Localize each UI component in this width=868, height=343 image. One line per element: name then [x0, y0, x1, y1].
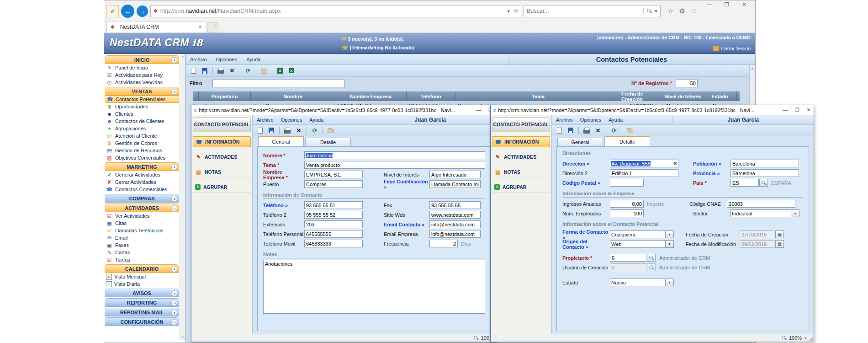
nav-item-actividades[interactable]: ✎ACTIVIDADES: [193, 151, 251, 162]
notification-telemarketing[interactable]: ☏[Telemarketing No Activado]: [342, 43, 414, 52]
estado-dropdown-icon[interactable]: ▼: [666, 279, 674, 286]
collapse-icon[interactable]: «: [171, 57, 177, 63]
favorites-star-icon[interactable]: ☆: [667, 7, 673, 15]
expand-icon[interactable]: «: [171, 196, 177, 202]
sidebar-item-citas[interactable]: ▦Citas: [105, 220, 179, 227]
scroll-up-icon[interactable]: ∧: [180, 55, 185, 59]
telefono-link[interactable]: Teléfono »: [263, 203, 304, 208]
nombre-empresa-input[interactable]: [304, 171, 363, 178]
frecuencia-input[interactable]: [429, 240, 458, 247]
logout-link[interactable]: →Cerrar Sesión: [713, 46, 751, 51]
close-button[interactable]: ✕: [736, 0, 752, 9]
codigo-postal-link[interactable]: Código Postal »: [562, 180, 610, 186]
restore-button[interactable]: ❐: [719, 0, 735, 9]
records-input[interactable]: [676, 80, 698, 87]
new-record-button[interactable]: [188, 66, 198, 75]
pais-lookup-button[interactable]: [759, 179, 768, 187]
sidebar-section-configuracion[interactable]: CONFIGURACIÓN«: [105, 317, 179, 326]
address-bar[interactable]: ❖ http://crm.navidian.net/NavidianCRM/ma…: [150, 5, 521, 17]
new-tab-button[interactable]: [207, 22, 218, 32]
print-button[interactable]: [216, 66, 226, 75]
feedback-smiley-icon[interactable]: ☺: [691, 7, 698, 15]
sidebar-item-gestion-de-recursos[interactable]: ▤Gestión de Recursos: [105, 147, 179, 154]
col-estado[interactable]: Estado: [703, 91, 737, 101]
scroll-down-icon[interactable]: ∨: [180, 335, 185, 339]
expand-icon[interactable]: «: [171, 300, 177, 306]
propietario-input[interactable]: [610, 254, 646, 262]
col-telefono[interactable]: Teléfono: [407, 91, 455, 101]
filter-input[interactable]: [212, 80, 345, 87]
sidebar-section-ventas[interactable]: VENTAS«: [105, 87, 179, 96]
sidebar-item-ver-actividades[interactable]: ☑Ver Actividades: [105, 212, 179, 220]
browser-search-box[interactable]: ▾: [524, 5, 661, 17]
notas-textarea[interactable]: Anotaciones: [263, 260, 485, 314]
settings-gear-icon[interactable]: ⚙: [679, 7, 685, 15]
popup-restore-button[interactable]: ❐: [795, 107, 799, 113]
sitio-web-input[interactable]: [429, 211, 481, 219]
provincia-link[interactable]: Provincia »: [693, 171, 730, 176]
browser-tab[interactable]: ❖ NestDATA CRM ✕: [106, 21, 206, 32]
sidebar-section-marketing[interactable]: MARKETING«: [105, 162, 179, 171]
col-nombre[interactable]: Nombre: [251, 91, 335, 101]
sidebar-item-cartas[interactable]: ✎Cartas: [105, 249, 179, 256]
tab-detalle[interactable]: Detalle: [604, 136, 650, 146]
extension-input[interactable]: [304, 220, 363, 228]
print-button[interactable]: [582, 126, 592, 135]
nav-item-informacion[interactable]: ☎INFORMACIÓN: [193, 136, 251, 147]
tab-close-icon[interactable]: ✕: [198, 24, 202, 30]
sidebar-item-agrupaciones[interactable]: +Agrupaciones: [105, 125, 179, 132]
nav-item-agrupar[interactable]: +AGRUPAR: [492, 182, 550, 193]
sidebar-item-contactos-comerciales[interactable]: ☎Contactos Comerciales: [105, 186, 179, 193]
menu-opciones[interactable]: Opciones: [580, 117, 601, 123]
pais-input[interactable]: [730, 179, 759, 187]
email-contacto-link[interactable]: Email Contacto »: [384, 222, 429, 227]
save-button[interactable]: [200, 66, 210, 75]
sidebar-item-actividades-para-hoy[interactable]: ☑Actividades para Hoy: [105, 71, 179, 79]
resize-grip[interactable]: [809, 337, 813, 341]
sidebar-item-panel-de-inicio[interactable]: ✎Panel de Inicio: [105, 64, 179, 71]
search-caret-icon[interactable]: ▾: [655, 8, 657, 14]
poblacion-link[interactable]: Población »: [693, 161, 730, 166]
tab-general[interactable]: General: [557, 138, 603, 146]
expand-icon[interactable]: «: [171, 310, 177, 316]
sidebar-section-calendario[interactable]: CALENDARIO«: [105, 264, 179, 273]
poblacion-input[interactable]: [730, 160, 799, 167]
telefono-movil-input[interactable]: [304, 240, 363, 247]
origen-contacto-select[interactable]: Web: [610, 240, 666, 248]
nivel-interes-input[interactable]: [429, 171, 481, 178]
new-record-button[interactable]: [554, 126, 564, 135]
empleados-input[interactable]: [610, 209, 644, 217]
zoom-caret-icon[interactable]: ▼: [804, 337, 807, 340]
sidebar-item-cerrar-actividades[interactable]: ✘Cerrar Actividades: [105, 178, 179, 186]
direccion-input[interactable]: Av. Diagonal, 555✕: [610, 160, 678, 167]
sector-dropdown-icon[interactable]: ▼: [791, 209, 799, 217]
sidebar-item-faxes[interactable]: ▣Faxes: [105, 241, 179, 249]
telefono-input[interactable]: [304, 201, 363, 209]
col-propietario[interactable]: Propietario: [199, 91, 251, 101]
sidebar-item-clientes[interactable]: ☻Clientes: [105, 110, 179, 118]
sidebar-section-actividades[interactable]: ACTIVIDADES«: [105, 204, 179, 212]
new-record-button[interactable]: [255, 126, 265, 135]
sidebar-section-compras[interactable]: COMPRAS«: [105, 194, 179, 203]
expand-icon[interactable]: «: [171, 319, 177, 325]
collapse-icon[interactable]: «: [171, 266, 177, 272]
expand-icon[interactable]: «: [171, 290, 177, 296]
sidebar-item-llamadas-telefonicas[interactable]: ☏Llamadas Telefónicas: [105, 227, 179, 234]
sidebar-item-actividades-vencidas[interactable]: ◷Actividades Vencidas: [105, 79, 179, 86]
sector-select[interactable]: Industrial: [730, 209, 791, 217]
origen-dropdown-icon[interactable]: ▼: [666, 240, 674, 248]
sidebar-item-objetivos-comerciales[interactable]: ▥Objetivos Comerciales: [105, 154, 179, 161]
col-nombre-empresa[interactable]: Nombre Empresa: [335, 91, 407, 101]
collapse-icon[interactable]: «: [171, 164, 177, 170]
nombre-input[interactable]: Juan Garcia: [304, 151, 485, 159]
menu-archivo[interactable]: Archivo: [190, 57, 207, 62]
sidebar-item-tareas[interactable]: ☑Tareas: [105, 256, 179, 263]
sidebar-item-contactos-potenciales[interactable]: ☎Contactos Potenciales: [105, 96, 179, 103]
direccion-link[interactable]: Dirección »: [562, 161, 610, 166]
export-excel-all-button[interactable]: X: [286, 66, 296, 75]
popup-minimize-button[interactable]: —: [783, 107, 788, 113]
save-button[interactable]: [566, 126, 576, 135]
telefono-personal-input[interactable]: [304, 230, 363, 238]
sidebar-item-generar-actividades[interactable]: ✔Generar Actividades: [105, 171, 179, 178]
print-button[interactable]: [282, 126, 292, 135]
